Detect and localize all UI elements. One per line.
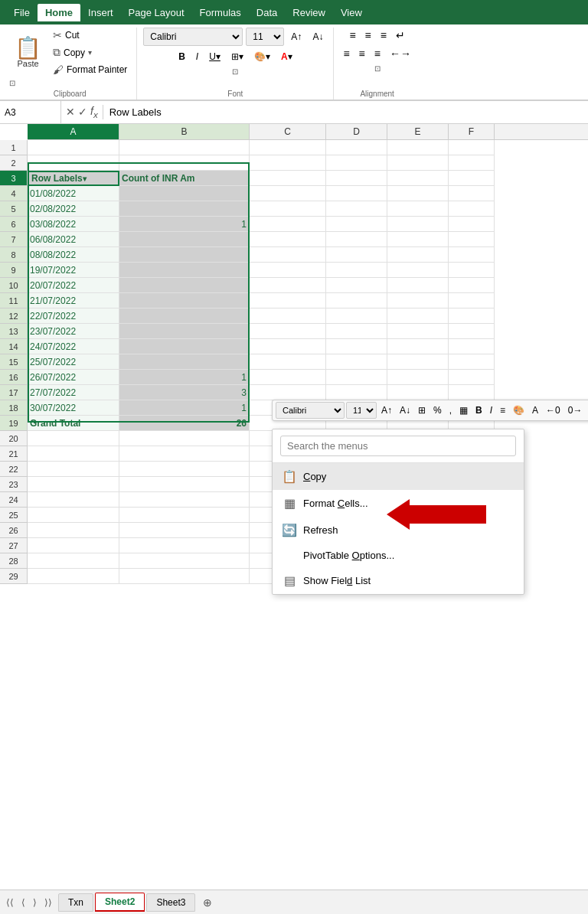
sheet-tab-sheet2[interactable]: Sheet2 — [95, 893, 145, 912]
cell-B9[interactable] — [119, 263, 250, 278]
row-num-9[interactable]: 9 — [0, 263, 28, 278]
cell-B18[interactable]: 1 — [119, 400, 250, 416]
cell-E11[interactable] — [387, 293, 449, 308]
sheet-nav-next-next[interactable]: ⟩⟩ — [41, 896, 55, 909]
cell-B23[interactable] — [119, 477, 250, 492]
row-num-5[interactable]: 5 — [0, 201, 28, 217]
mini-dec-button[interactable]: ←0 — [543, 403, 564, 417]
cell-A18[interactable]: 30/07/2022 — [28, 400, 119, 416]
mini-decrease-font[interactable]: A↓ — [397, 403, 413, 417]
cell-F10[interactable] — [449, 278, 495, 293]
mini-format-button[interactable]: ⊞ — [415, 403, 429, 417]
sheet-nav-prev-prev[interactable]: ⟨⟨ — [3, 896, 17, 909]
cell-D12[interactable] — [326, 308, 387, 324]
cell-D14[interactable] — [326, 339, 387, 354]
cell-C14[interactable] — [250, 339, 326, 354]
cell-C8[interactable] — [250, 247, 326, 263]
cell-D4[interactable] — [326, 186, 387, 201]
cell-E12[interactable] — [387, 308, 449, 324]
cell-C4[interactable] — [250, 186, 326, 201]
row-num-8[interactable]: 8 — [0, 247, 28, 263]
cell-B21[interactable] — [119, 446, 250, 462]
cell-C15[interactable] — [250, 354, 326, 370]
row-num-4[interactable]: 4 — [0, 186, 28, 201]
cell-B14[interactable] — [119, 339, 250, 354]
cell-E13[interactable] — [387, 324, 449, 339]
cell-F11[interactable] — [449, 293, 495, 308]
cell-A20[interactable] — [28, 431, 119, 446]
cell-F9[interactable] — [449, 263, 495, 278]
menu-insert[interactable]: Insert — [80, 4, 121, 21]
menu-view[interactable]: View — [333, 4, 370, 21]
cell-B11[interactable] — [119, 293, 250, 308]
col-header-C[interactable]: C — [250, 124, 326, 139]
row-num-16[interactable]: 16 — [0, 370, 28, 385]
cell-C9[interactable] — [250, 263, 326, 278]
cell-A2[interactable] — [28, 155, 119, 171]
cell-D16[interactable] — [326, 370, 387, 385]
row-num-21[interactable]: 21 — [0, 446, 28, 462]
cell-F8[interactable] — [449, 247, 495, 263]
cell-A15[interactable]: 25/07/2022 — [28, 354, 119, 370]
cell-A17[interactable]: 27/07/2022 — [28, 385, 119, 400]
cell-C13[interactable] — [250, 324, 326, 339]
copy-button[interactable]: ⧉ Copy ▾ — [50, 44, 130, 60]
cell-F12[interactable] — [449, 308, 495, 324]
menu-formulas[interactable]: Formulas — [192, 4, 249, 21]
cell-B6[interactable]: 1 — [119, 217, 250, 232]
ctx-pivot-options-item[interactable]: PivotTable Options... — [273, 544, 524, 567]
row-num-12[interactable]: 12 — [0, 308, 28, 324]
cell-B25[interactable] — [119, 508, 250, 523]
cell-B17[interactable]: 3 — [119, 385, 250, 400]
paste-button[interactable]: 📋 Paste — [9, 35, 47, 70]
align-center-button[interactable]: ≡ — [356, 46, 368, 61]
cell-A11[interactable]: 21/07/2022 — [28, 293, 119, 308]
cell-A28[interactable] — [28, 553, 119, 569]
alignment-group-expand[interactable]: ⊡ — [374, 64, 381, 73]
ctx-field-list-item[interactable]: ▤ Show Field List — [273, 567, 524, 594]
cell-E15[interactable] — [387, 354, 449, 370]
cell-E2[interactable] — [387, 155, 449, 171]
cell-C12[interactable] — [250, 308, 326, 324]
row-num-14[interactable]: 14 — [0, 339, 28, 354]
mini-font-select[interactable]: Calibri — [276, 402, 345, 419]
cell-E14[interactable] — [387, 339, 449, 354]
cell-E1[interactable] — [387, 140, 449, 155]
cell-D13[interactable] — [326, 324, 387, 339]
cell-A1[interactable] — [28, 140, 119, 155]
mini-increase-font[interactable]: A↑ — [378, 403, 395, 417]
mini-italic-button[interactable]: I — [487, 403, 495, 417]
cell-E7[interactable] — [387, 232, 449, 247]
mini-fill-button[interactable]: 🎨 — [510, 403, 528, 417]
cell-E16[interactable] — [387, 370, 449, 385]
row-num-20[interactable]: 20 — [0, 431, 28, 446]
add-sheet-button[interactable]: ⊕ — [197, 893, 218, 912]
cell-D2[interactable] — [326, 155, 387, 171]
cell-D8[interactable] — [326, 247, 387, 263]
cell-F17[interactable] — [449, 385, 495, 400]
row-num-23[interactable]: 23 — [0, 477, 28, 492]
confirm-formula-button[interactable]: ✓ — [78, 106, 87, 118]
align-top-button[interactable]: ≡ — [346, 28, 358, 43]
cell-A9[interactable]: 19/07/2022 — [28, 263, 119, 278]
cell-D5[interactable] — [326, 201, 387, 217]
ctx-copy-item[interactable]: 📋 Copy — [273, 463, 524, 490]
align-right-button[interactable]: ≡ — [371, 46, 384, 61]
row-num-27[interactable]: 27 — [0, 538, 28, 553]
row-num-19[interactable]: 19 — [0, 416, 28, 431]
cell-F2[interactable] — [449, 155, 495, 171]
row-num-24[interactable]: 24 — [0, 492, 28, 508]
mini-bold-button[interactable]: B — [472, 403, 485, 417]
copy-dropdown-icon[interactable]: ▾ — [88, 48, 92, 57]
mini-inc-button[interactable]: 0→ — [565, 403, 586, 417]
context-search-input[interactable] — [280, 436, 516, 456]
sheet-tab-txn[interactable]: Txn — [58, 893, 93, 912]
cell-B28[interactable] — [119, 553, 250, 569]
mini-font-size-select[interactable]: 11 — [346, 402, 377, 419]
cell-A7[interactable]: 06/08/2022 — [28, 232, 119, 247]
cell-B16[interactable]: 1 — [119, 370, 250, 385]
sheet-nav-next[interactable]: ⟩ — [30, 896, 40, 909]
cell-E9[interactable] — [387, 263, 449, 278]
cell-B20[interactable] — [119, 431, 250, 446]
menu-data[interactable]: Data — [249, 4, 285, 21]
